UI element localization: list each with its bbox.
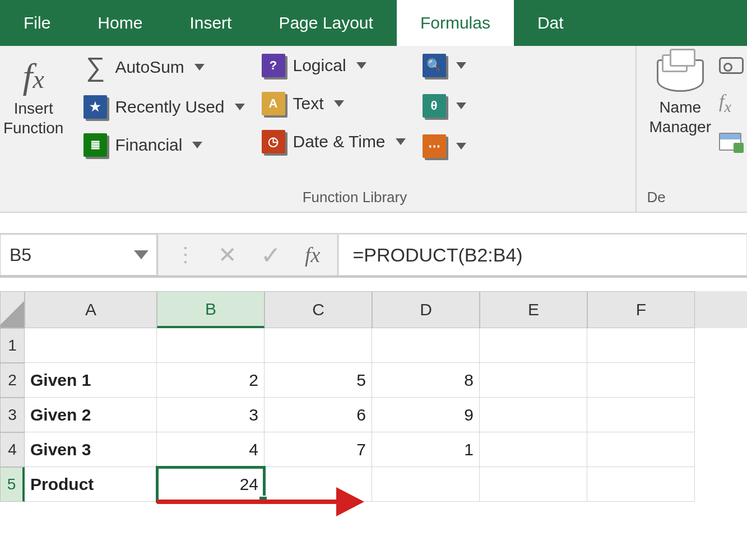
tag-icon	[719, 57, 744, 74]
cell-D4[interactable]: 1	[372, 432, 480, 467]
col-header-A[interactable]: A	[25, 291, 157, 328]
name-box-dropdown-icon[interactable]	[134, 250, 149, 259]
name-manager-label: Name Manager	[649, 97, 711, 137]
date-time-button[interactable]: ◷ Date & Time	[262, 130, 406, 153]
recently-used-label: Recently Used	[115, 97, 224, 116]
clock-book-icon: ◷	[262, 130, 285, 153]
cell-D3[interactable]: 9	[372, 398, 480, 432]
dropdown-arrow-icon	[334, 100, 344, 107]
create-selection-icon	[719, 133, 741, 151]
row-header-2[interactable]: 2	[0, 363, 25, 398]
cell-D1[interactable]	[372, 328, 480, 363]
cell-B3[interactable]: 3	[157, 398, 265, 432]
col-header-C[interactable]: C	[265, 291, 372, 328]
formula-input[interactable]: =PRODUCT(B2:B4)	[338, 234, 747, 276]
formula-text: =PRODUCT(B2:B4)	[352, 244, 522, 266]
name-manager-button[interactable]: Name Manager	[643, 52, 717, 184]
insert-function-label: Insert Function	[3, 99, 63, 138]
dropdown-arrow-icon	[396, 138, 406, 145]
tab-insert[interactable]: Insert	[166, 0, 255, 46]
cell-E1[interactable]	[480, 328, 587, 363]
logical-label: Logical	[293, 56, 346, 75]
financial-label: Financial	[115, 136, 182, 155]
tab-page-layout[interactable]: Page Layout	[255, 0, 396, 46]
cell-C5[interactable]	[265, 467, 372, 502]
cell-E5[interactable]	[480, 467, 587, 502]
defined-names-group-label: De	[643, 184, 744, 212]
cell-F4[interactable]	[587, 432, 695, 467]
cell-F5[interactable]	[587, 467, 695, 502]
name-box-value: B5	[10, 245, 31, 265]
col-header-B[interactable]: B	[157, 291, 265, 328]
fx-icon: fx	[23, 58, 44, 94]
cell-B2[interactable]: 2	[157, 363, 265, 398]
tab-formulas[interactable]: Formulas	[397, 0, 514, 46]
expand-formula-icon[interactable]: ⋮	[175, 243, 194, 267]
cancel-icon[interactable]: ✕	[218, 242, 237, 268]
use-in-formula-button[interactable]: fx	[719, 91, 744, 116]
date-time-label: Date & Time	[293, 132, 386, 151]
cell-C3[interactable]: 6	[265, 398, 372, 432]
math-trig-button[interactable]: θ	[423, 94, 466, 118]
cell-A5[interactable]: Product	[25, 467, 157, 502]
create-from-selection-button[interactable]	[719, 133, 744, 151]
cell-D2[interactable]: 8	[372, 363, 480, 398]
cell-F2[interactable]	[587, 363, 695, 398]
dropdown-arrow-icon	[356, 62, 366, 69]
row-header-1[interactable]: 1	[0, 328, 25, 363]
tab-file[interactable]: File	[0, 0, 74, 46]
cell-C2[interactable]: 5	[265, 363, 372, 398]
more-functions-button[interactable]: ⋯	[423, 134, 466, 158]
cell-C4[interactable]: 7	[265, 432, 372, 467]
col-header-D[interactable]: D	[372, 291, 480, 328]
autosum-button[interactable]: ∑ AutoSum	[83, 54, 244, 81]
lookup-book-icon: 🔍	[423, 54, 446, 77]
spreadsheet-grid: A B C D E F 1 2 Given 1 2 5 8 3	[0, 291, 747, 502]
cell-B4[interactable]: 4	[157, 432, 265, 467]
row-header-5[interactable]: 5	[0, 467, 25, 502]
financial-button[interactable]: ≣ Financial	[83, 133, 244, 157]
row-header-4[interactable]: 4	[0, 432, 25, 467]
name-manager-icon	[657, 59, 704, 92]
logical-button[interactable]: ? Logical	[262, 54, 406, 77]
tab-home[interactable]: Home	[74, 0, 166, 46]
group-defined-names: Name Manager fx De	[637, 46, 747, 212]
fx-bar-icon[interactable]: fx	[305, 242, 320, 267]
col-header-F[interactable]: F	[587, 291, 695, 328]
cell-A1[interactable]	[25, 328, 157, 363]
cell-D5[interactable]	[372, 467, 480, 502]
insert-function-button[interactable]: fx Insert Function	[0, 52, 67, 212]
cell-B1[interactable]	[157, 328, 265, 363]
lookup-reference-button[interactable]: 🔍	[423, 54, 466, 77]
cell-A3[interactable]: Given 2	[25, 398, 157, 432]
dropdown-arrow-icon	[456, 102, 466, 109]
select-all-corner[interactable]	[0, 291, 25, 328]
formula-bar-buttons: ⋮ ✕ ✓ fx	[158, 234, 337, 276]
table-row: 3 Given 2 3 6 9	[0, 398, 747, 432]
autosum-label: AutoSum	[115, 58, 184, 77]
ribbon-tabs: File Home Insert Page Layout Formulas Da…	[0, 0, 747, 46]
cell-F3[interactable]	[587, 398, 695, 432]
function-library-group-label: Function Library	[80, 184, 629, 212]
cell-E3[interactable]	[480, 398, 587, 432]
cell-C1[interactable]	[265, 328, 372, 363]
cell-F1[interactable]	[587, 328, 695, 363]
dropdown-arrow-icon	[235, 104, 245, 110]
group-insert-function: fx Insert Function	[0, 46, 73, 212]
cell-B5[interactable]: 24	[157, 467, 265, 502]
table-row: 5 Product 24	[0, 467, 747, 502]
cell-E2[interactable]	[480, 363, 587, 398]
sigma-icon: ∑	[83, 54, 107, 81]
define-name-button[interactable]	[719, 57, 744, 74]
name-box[interactable]: B5	[0, 234, 157, 276]
cell-E4[interactable]	[480, 432, 587, 467]
logical-book-icon: ?	[262, 54, 285, 77]
enter-icon[interactable]: ✓	[261, 241, 281, 269]
cell-A2[interactable]: Given 1	[25, 363, 157, 398]
tab-data[interactable]: Dat	[514, 0, 587, 46]
col-header-E[interactable]: E	[480, 291, 587, 328]
row-header-3[interactable]: 3	[0, 398, 25, 432]
recently-used-button[interactable]: ★ Recently Used	[83, 95, 244, 119]
text-button[interactable]: A Text	[262, 92, 406, 115]
cell-A4[interactable]: Given 3	[25, 432, 157, 467]
